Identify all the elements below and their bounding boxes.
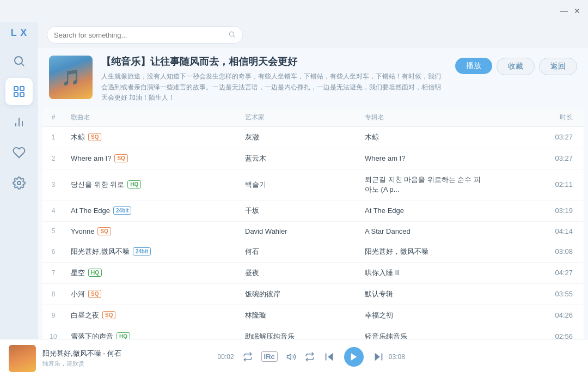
sidebar: L X [0, 22, 38, 339]
track-num: 3 [42, 169, 64, 200]
track-album: 哄你入睡 II [358, 262, 489, 283]
col-artist: 艺术家 [238, 108, 358, 127]
table-row[interactable]: 2 Where am I? SQ 蓝云木 Where am I? 03:27 [42, 148, 584, 169]
track-album: At The Edge [358, 200, 489, 221]
volume-btn[interactable] [286, 352, 296, 362]
track-album: 퇴근길 지친 마음을 위로하는 순수 피아노 (A p... [358, 169, 489, 200]
track-name: Yvonne SQ [71, 227, 232, 235]
track-album: A Star Danced [358, 221, 489, 241]
current-time: 00:02 [218, 353, 234, 361]
table-row[interactable]: 5 Yvonne SQ David Wahler A Star Danced 0… [42, 221, 584, 241]
collect-button[interactable]: 收藏 [497, 58, 535, 75]
quality-badge: SQ [88, 290, 101, 298]
track-name-cell: 阳光甚好,微风不噪 24bit [64, 241, 238, 262]
playlist-desc: 人生就像旅途，没有人知道下一秒会发生怎样的奇事，有些人坐错车，下错站，有些人坐对… [101, 71, 446, 103]
table-row[interactable]: 8 小河 SQ 饭碗的彼岸 默认专辑 03:55 [42, 283, 584, 305]
track-album: 阳光甚好，微风不噪 [358, 241, 489, 262]
loop-btn[interactable] [243, 352, 253, 362]
track-list-body: 1 木鲸 SQ 灰澈 木鲸 03:27 2 Where am I? SQ 蓝云木… [42, 126, 584, 339]
track-duration: 03:55 [489, 283, 584, 305]
track-name-cell: 당신을 위한 위로 HQ [64, 169, 238, 200]
track-num: 5 [42, 221, 64, 241]
prev-btn[interactable] [323, 351, 335, 363]
sidebar-item-library[interactable] [5, 78, 33, 105]
content-area: 🎵 【纯音乐】让往事随风而去，相信明天会更好 人生就像旅途，没有人知道下一秒会发… [38, 22, 588, 339]
search-icon [13, 54, 26, 68]
table-row[interactable]: 10 雪落下的声音 HQ 助眠解压纯音乐 轻音乐纯音乐 02:56 [42, 326, 584, 339]
track-num: 10 [42, 326, 64, 339]
sidebar-item-search[interactable] [5, 47, 33, 75]
search-icon-btn[interactable] [228, 31, 236, 40]
track-name: 小河 SQ [71, 289, 232, 299]
track-artist: 灰澈 [238, 126, 358, 148]
quality-badge: 24bit [113, 206, 131, 215]
player-cover-image [9, 345, 36, 372]
track-name: 阳光甚好,微风不噪 24bit [71, 247, 232, 257]
progress-row: 00:02 lRc [218, 347, 490, 367]
table-row[interactable]: 6 阳光甚好,微风不噪 24bit 何石 阳光甚好，微风不噪 03:08 [42, 241, 584, 262]
track-artist: David Wahler [238, 221, 358, 241]
search-input-wrap[interactable] [47, 26, 243, 44]
play-pause-btn[interactable] [344, 347, 364, 367]
svg-marker-15 [351, 353, 357, 361]
play-button[interactable]: 播放 [455, 58, 492, 74]
search-input[interactable] [54, 31, 228, 39]
quality-badge: HQ [117, 332, 130, 339]
track-name-cell: 小河 SQ [64, 283, 238, 305]
track-artist: 助眠解压纯音乐 [238, 326, 358, 339]
sidebar-item-charts[interactable] [5, 108, 33, 136]
track-table-header: # 歌曲名 艺术家 专辑名 时长 [42, 108, 584, 127]
table-row[interactable]: 4 At The Edge 24bit 干坂 At The Edge 03:19 [42, 200, 584, 221]
sidebar-item-favorites[interactable] [5, 139, 33, 166]
table-row[interactable]: 1 木鲸 SQ 灰澈 木鲸 03:27 [42, 126, 584, 148]
svg-marker-12 [287, 354, 291, 360]
svg-point-9 [17, 181, 21, 185]
close-button[interactable]: ✕ [573, 7, 581, 15]
track-duration: 04:14 [489, 221, 584, 241]
track-num: 6 [42, 241, 64, 262]
svg-line-1 [22, 64, 24, 66]
minimize-button[interactable]: — [560, 7, 568, 15]
col-duration: 时长 [489, 108, 584, 127]
svg-marker-13 [328, 352, 333, 361]
track-artist: 백슬기 [238, 169, 358, 200]
track-name-cell: 木鲸 SQ [64, 126, 238, 148]
track-name: At The Edge 24bit [71, 206, 232, 215]
svg-rect-4 [14, 93, 18, 96]
quality-badge: SQ [88, 133, 101, 141]
quality-badge: SQ [97, 227, 111, 235]
track-duration: 03:27 [489, 126, 584, 148]
table-row[interactable]: 7 星空 HQ 昼夜 哄你入睡 II 04:27 [42, 262, 584, 283]
track-list-container[interactable]: # 歌曲名 艺术家 专辑名 时长 1 木鲸 SQ 灰澈 木鲸 03:27 [42, 108, 584, 339]
player-track-subtitle: 纯音乐，请欣赏 [42, 360, 121, 368]
track-duration: 02:56 [489, 326, 584, 339]
svg-line-11 [234, 35, 235, 37]
track-duration: 02:11 [489, 169, 584, 200]
playlist-header: 🎵 【纯音乐】让往事随风而去，相信明天会更好 人生就像旅途，没有人知道下一秒会发… [38, 48, 588, 108]
track-num: 1 [42, 126, 64, 148]
library-icon [13, 85, 26, 98]
player-cover [9, 345, 36, 372]
playlist-info: 【纯音乐】让往事随风而去，相信明天会更好 人生就像旅途，没有人知道下一秒会发生怎… [101, 56, 446, 103]
track-album: 木鲸 [358, 126, 489, 148]
svg-rect-2 [14, 87, 18, 90]
table-row[interactable]: 3 당신을 위한 위로 HQ 백슬기 퇴근길 지친 마음을 위로하는 순수 피아… [42, 169, 584, 200]
track-name-cell: 白昼之夜 SQ [64, 305, 238, 326]
search-icon-small [228, 31, 236, 38]
track-name: Where am I? SQ [71, 154, 232, 162]
app-logo: L X [11, 27, 28, 39]
quality-badge: HQ [88, 269, 102, 277]
lyrics-btn[interactable]: lRc [261, 351, 278, 362]
sidebar-item-settings[interactable] [5, 169, 33, 197]
col-name: 歌曲名 [64, 108, 238, 127]
track-name: 星空 HQ [71, 268, 232, 278]
player-buttons: lRc [243, 347, 384, 367]
next-btn[interactable] [372, 351, 384, 363]
back-button[interactable]: 返回 [539, 58, 577, 75]
table-row[interactable]: 9 白昼之夜 SQ 林隆璇 幸福之初 04:26 [42, 305, 584, 326]
player-track-title: 阳光甚好,微风不噪 - 何石 [42, 349, 121, 358]
track-num: 8 [42, 283, 64, 305]
track-duration: 04:26 [489, 305, 584, 326]
col-album: 专辑名 [358, 108, 489, 127]
repeat-btn[interactable] [305, 352, 315, 362]
